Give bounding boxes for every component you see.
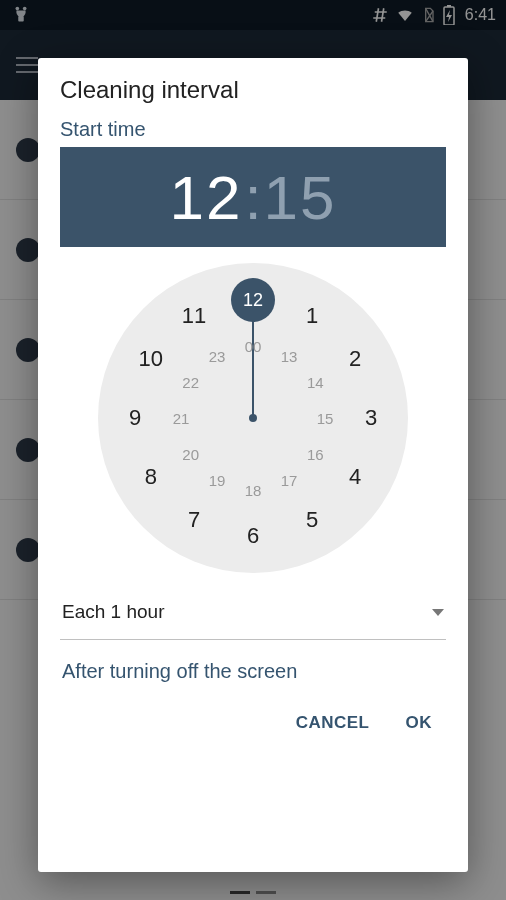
cleaning-interval-dialog: Cleaning interval Start time 12 : 15 12 …	[38, 58, 468, 872]
clock-number-outer[interactable]: 4	[349, 464, 361, 490]
clock-number-outer[interactable]: 10	[139, 346, 163, 372]
clock-number-outer[interactable]: 2	[349, 346, 361, 372]
clock-number-inner[interactable]: 16	[307, 446, 324, 463]
ok-button[interactable]: OK	[400, 705, 439, 741]
interval-select[interactable]: Each 1 hour	[60, 591, 446, 640]
dialog-buttons: CANCEL OK	[60, 699, 446, 747]
time-colon: :	[244, 162, 261, 233]
clock-number-outer[interactable]: 8	[145, 464, 157, 490]
clock-number-inner[interactable]: 21	[173, 410, 190, 427]
clock-number-inner[interactable]: 18	[245, 482, 262, 499]
clock-number-inner[interactable]: 15	[317, 410, 334, 427]
clock-number-outer[interactable]: 3	[365, 405, 377, 431]
dropdown-icon	[432, 609, 444, 616]
clock-center	[249, 414, 257, 422]
clock-face[interactable]: 12 1212345678910110013141516171819202122…	[98, 263, 408, 573]
interval-value: Each 1 hour	[62, 601, 164, 623]
time-display[interactable]: 12 : 15	[60, 147, 446, 247]
clock-number-inner[interactable]: 14	[307, 374, 324, 391]
time-hours[interactable]: 12	[169, 162, 242, 233]
clock-number-inner[interactable]: 19	[209, 472, 226, 489]
clock-number-outer[interactable]: 1	[306, 303, 318, 329]
clock-number-inner[interactable]: 22	[182, 374, 199, 391]
clock-number-outer[interactable]: 11	[182, 303, 206, 329]
clock-number-outer[interactable]: 5	[306, 507, 318, 533]
clock-number-outer[interactable]: 7	[188, 507, 200, 533]
clock-number-inner[interactable]: 17	[281, 472, 298, 489]
clock-number-outer[interactable]: 6	[247, 523, 259, 549]
cancel-button[interactable]: CANCEL	[290, 705, 376, 741]
start-time-label: Start time	[60, 118, 446, 141]
clock-knob[interactable]: 12	[231, 278, 275, 322]
clock-number-inner[interactable]: 20	[182, 446, 199, 463]
clock-number-inner[interactable]: 23	[209, 347, 226, 364]
time-minutes[interactable]: 15	[264, 162, 337, 233]
clock-number-outer[interactable]: 9	[129, 405, 141, 431]
clock-number-inner[interactable]: 00	[245, 338, 262, 355]
clock-number-inner[interactable]: 13	[281, 347, 298, 364]
dialog-title: Cleaning interval	[60, 76, 446, 104]
after-screen-off-option[interactable]: After turning off the screen	[60, 658, 446, 699]
